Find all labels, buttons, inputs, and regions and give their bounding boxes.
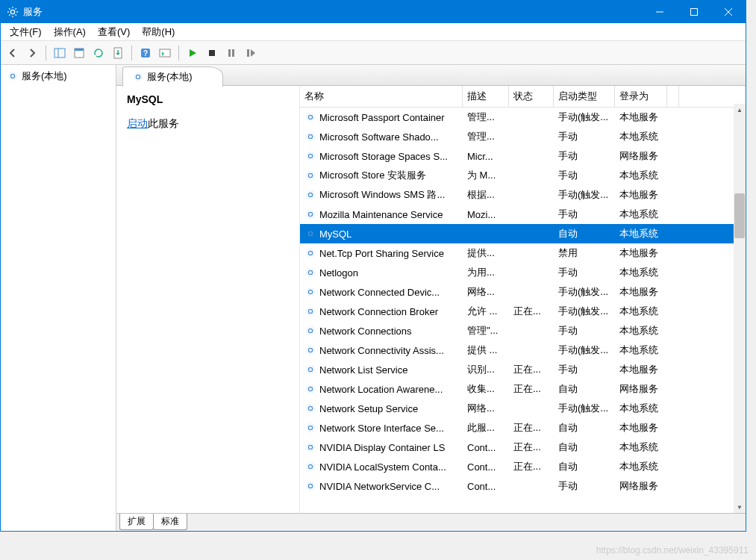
col-name[interactable]: 名称 [300, 86, 463, 107]
cell-logon: 本地服务 [615, 111, 667, 124]
svg-point-42 [307, 308, 315, 316]
menu-help[interactable]: 帮助(H) [136, 24, 181, 40]
cell-name: NVIDIA Display Container LS [300, 441, 463, 453]
watermark: https://blog.csdn.net/weixin_43395911 [596, 545, 749, 556]
service-row[interactable]: NVIDIA LocalSystem Conta...Cont...正在...自… [300, 457, 746, 476]
svg-point-22 [307, 113, 315, 122]
service-row[interactable]: Microsoft Storage Spaces S...Micr...手动网络… [300, 146, 746, 166]
service-list: 名称 描述 状态 启动类型 登录为 Microsoft Passport Con… [299, 86, 746, 513]
service-row[interactable]: Mozilla Maintenance ServiceMozi...手动本地系统 [300, 205, 746, 224]
gear-icon [304, 402, 316, 414]
properties-button[interactable] [70, 44, 88, 62]
service-row[interactable]: Network Store Interface Se...此服...正在...自… [300, 418, 746, 438]
svg-point-24 [307, 133, 315, 141]
service-row[interactable]: NVIDIA NetworkService C...Cont...手动网络服务 [300, 476, 746, 496]
titlebar[interactable]: 服务 [1, 1, 746, 23]
minimize-button[interactable] [643, 1, 677, 23]
service-row[interactable]: Microsoft Software Shado...管理...手动本地系统 [300, 127, 746, 146]
cell-desc: 此服... [463, 421, 509, 435]
svg-text:?: ? [143, 49, 148, 57]
sidebar: 服务(本地) [1, 65, 116, 531]
service-row[interactable]: Microsoft Windows SMS 路...根据...手动(触发...本… [300, 185, 746, 205]
forward-button[interactable] [23, 44, 41, 62]
menu-action[interactable]: 操作(A) [48, 24, 92, 40]
restart-service-button[interactable] [242, 44, 260, 62]
gear-icon [304, 267, 316, 279]
svg-point-17 [10, 74, 14, 78]
pause-service-button[interactable] [222, 44, 240, 62]
service-row[interactable]: Network Connectivity Assis...提供 ...手动(触发… [300, 340, 746, 360]
service-row[interactable]: Netlogon为用...手动本地系统 [300, 263, 746, 282]
tab-standard[interactable]: 标准 [153, 514, 187, 530]
cell-desc: 允许 ... [463, 305, 509, 318]
svg-point-19 [136, 75, 140, 78]
svc-name-text: Network Location Awarene... [319, 384, 443, 395]
cell-startup: 手动 [554, 208, 615, 221]
help-button[interactable]: ? [137, 44, 154, 62]
col-startup[interactable]: 启动类型 [554, 86, 615, 107]
svg-point-57 [308, 464, 312, 468]
svg-point-52 [307, 405, 315, 413]
svc-name-text: NVIDIA LocalSystem Conta... [319, 461, 446, 473]
service-row[interactable]: Network Connected Devic...网络...手动(触发...本… [300, 282, 746, 302]
menu-view[interactable]: 查看(V) [92, 24, 136, 40]
service-row[interactable]: Network Location Awarene...收集...正在...自动网… [300, 379, 746, 399]
cell-desc: 管理"... [463, 324, 509, 337]
cell-name: Microsoft Software Shado... [300, 131, 463, 143]
back-button[interactable] [4, 44, 22, 62]
refresh-button[interactable] [90, 44, 107, 62]
gear-icon [304, 364, 316, 376]
vertical-scrollbar[interactable]: ▲ ▼ [734, 104, 746, 513]
scroll-down-icon[interactable]: ▼ [734, 501, 746, 513]
scroll-up-icon[interactable]: ▲ [734, 104, 746, 116]
col-logon[interactable]: 登录为 [615, 86, 667, 107]
svc-name-text: Mozilla Maintenance Service [319, 209, 443, 220]
cell-logon: 网络服务 [615, 479, 667, 493]
gear-icon [304, 344, 316, 356]
col-desc[interactable]: 描述 [463, 86, 509, 107]
service-row[interactable]: MySQL自动本地系统 [300, 224, 746, 243]
console-button[interactable] [156, 44, 174, 62]
service-row[interactable]: Network Setup Service网络...手动(触发...本地系统 [300, 399, 746, 418]
gear-icon [304, 228, 316, 240]
scroll-thumb[interactable] [734, 193, 745, 238]
svg-point-39 [308, 290, 312, 293]
maximize-button[interactable] [677, 1, 711, 23]
cell-startup: 手动(触发... [554, 111, 615, 124]
start-service-button[interactable] [184, 44, 202, 62]
cell-name: MySQL [300, 228, 463, 240]
svg-point-38 [307, 269, 315, 277]
service-row[interactable]: Microsoft Passport Container管理...手动(触发..… [300, 108, 746, 127]
cell-startup: 自动 [554, 227, 615, 240]
svg-point-20 [134, 73, 143, 81]
gear-icon [304, 286, 316, 298]
stop-service-button[interactable] [203, 44, 221, 62]
service-row[interactable]: Network Connection Broker允许 ...正在...手动(触… [300, 302, 746, 321]
cell-status: 正在... [509, 421, 554, 435]
cell-desc: 收集... [463, 382, 509, 396]
export-button[interactable] [109, 44, 127, 62]
service-row[interactable]: Net.Tcp Port Sharing Service提供...禁用本地服务 [300, 243, 746, 263]
cell-logon: 本地系统 [615, 266, 667, 279]
tab-extended[interactable]: 扩展 [119, 514, 154, 530]
service-row[interactable]: Network Connections管理"...手动本地系统 [300, 321, 746, 340]
gear-icon [304, 150, 316, 162]
service-row[interactable]: NVIDIA Display Container LSCont...正在...自… [300, 438, 746, 457]
cell-logon: 本地系统 [615, 324, 667, 337]
cell-logon: 本地服务 [615, 421, 667, 435]
gear-icon [304, 111, 316, 123]
service-row[interactable]: Network List Service识别...正在...手动本地服务 [300, 360, 746, 379]
svg-rect-16 [247, 49, 249, 57]
close-button[interactable] [711, 1, 746, 23]
svc-name-text: Microsoft Store 安装服务 [319, 169, 426, 182]
tree-services-local[interactable]: 服务(本地) [1, 68, 116, 84]
gear-icon [304, 169, 316, 181]
menu-file[interactable]: 文件(F) [4, 24, 48, 40]
cell-startup: 手动 [554, 266, 615, 279]
col-status[interactable]: 状态 [509, 86, 554, 107]
service-row[interactable]: Microsoft Store 安装服务为 M...手动本地系统 [300, 166, 746, 185]
show-hide-tree-button[interactable] [51, 44, 69, 62]
start-service-link[interactable]: 启动 [127, 117, 148, 129]
cell-name: NVIDIA NetworkService C... [300, 480, 463, 492]
cell-startup: 手动 [554, 363, 615, 376]
